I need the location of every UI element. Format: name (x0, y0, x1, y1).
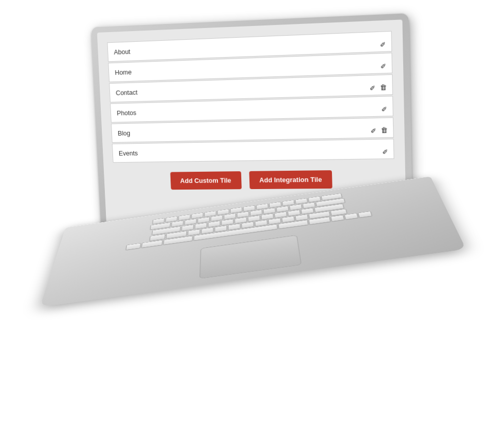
trash-icon[interactable]: 🗑 (381, 126, 388, 134)
key[interactable] (344, 213, 358, 220)
nav-item-label-about: About (114, 38, 385, 56)
nav-item-label-events: Events (119, 145, 387, 156)
edit-icon[interactable]: ✏ (378, 39, 388, 49)
trash-icon[interactable]: 🗑 (380, 83, 387, 91)
key[interactable] (358, 211, 372, 218)
nav-item-actions-home: ✏ (380, 62, 386, 70)
nav-item-actions-photos: ✏ (381, 104, 387, 113)
nav-items-list: About✏Home✏Contact✏🗑Photos✏Blog✏🗑Events✏ (107, 31, 394, 164)
scene: About✏Home✏Contact✏🗑Photos✏Blog✏🗑Events✏… (23, 13, 481, 411)
nav-item-label-contact: Contact (116, 81, 386, 96)
edit-icon[interactable]: ✏ (379, 104, 389, 114)
laptop: About✏Home✏Contact✏🗑Photos✏Blog✏🗑Events✏… (48, 13, 456, 411)
edit-icon[interactable]: ✏ (368, 83, 377, 92)
add-integration-tile-button[interactable]: Add Integration Tile (249, 170, 332, 189)
nav-item-actions-contact: ✏🗑 (370, 83, 387, 92)
trackpad[interactable] (200, 235, 302, 279)
nav-item-label-blog: Blog (118, 124, 387, 137)
edit-icon[interactable]: ✏ (378, 61, 388, 70)
edit-icon[interactable]: ✏ (369, 125, 378, 135)
nav-item-label-home: Home (115, 59, 385, 76)
edit-icon[interactable]: ✏ (380, 146, 390, 156)
add-custom-tile-button[interactable]: Add Custom Tile (170, 171, 241, 190)
key[interactable] (126, 243, 141, 250)
nav-item-actions-about: ✏ (380, 40, 386, 48)
nav-item-actions-events: ✏ (382, 147, 388, 155)
nav-item-events[interactable]: Events✏ (112, 139, 394, 163)
nav-item-actions-blog: ✏🗑 (371, 126, 388, 134)
nav-item-label-photos: Photos (117, 102, 386, 117)
key[interactable] (330, 215, 344, 222)
